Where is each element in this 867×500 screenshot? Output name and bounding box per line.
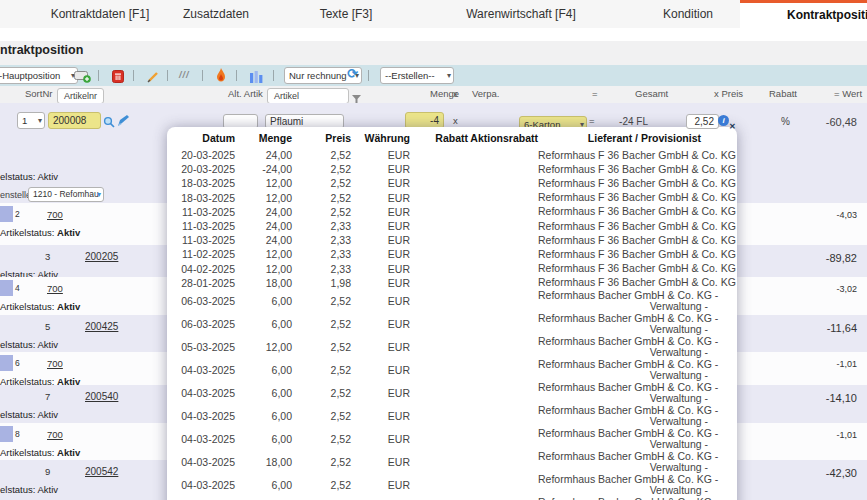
position-number: 6	[15, 358, 20, 368]
tab-texte[interactable]: Texte [F3]	[276, 0, 416, 28]
lieferant-cell: Reformhaus F 36 Bacher GmbH & Co. KG	[538, 206, 708, 217]
close-icon[interactable]: ✕	[729, 122, 736, 131]
lieferant-cell: Reformhaus Bacher GmbH & Co. KG -Verwalt…	[538, 474, 708, 496]
search-icon[interactable]	[103, 114, 115, 132]
article-status: elstatus: Aktiv	[0, 171, 58, 182]
preis-input[interactable]: 2,52	[686, 114, 719, 129]
lieferant-cell: Reformhaus F 36 Bacher GmbH & Co. KG	[538, 164, 708, 175]
tab-warenwirtschaft[interactable]: Warenwirtschaft [F4]	[451, 0, 591, 28]
col-lieferant-provisionist: Lieferant / Provisionist	[538, 132, 708, 144]
col-waehrung: Währung	[351, 132, 410, 144]
delete-position-icon[interactable]	[112, 69, 124, 87]
edit-pencil-icon[interactable]	[147, 69, 160, 87]
article-number-link[interactable]: 700	[47, 209, 63, 220]
article-number-link[interactable]: 200205	[85, 251, 118, 262]
position-wert: -1,01	[836, 359, 857, 369]
article-number-link[interactable]: 700	[47, 358, 63, 369]
price-history-row: 04-03-20256,002,52EURReformhaus Bacher G…	[167, 359, 737, 382]
tab-kontraktposition-active[interactable]: Kontraktposition	[740, 0, 867, 31]
rabatt-unit-label: %	[781, 116, 790, 127]
col-header-x: x	[453, 88, 458, 99]
columns-icon[interactable]	[250, 69, 263, 87]
lieferant-cell: Reformhaus F 36 Bacher GmbH & Co. KG	[538, 249, 708, 260]
article-status: elstatus: Aktiv	[0, 339, 58, 350]
kostenstelle-select[interactable]: 1210 - Refomhau ▾	[28, 187, 104, 202]
article-number-link[interactable]: 700	[47, 429, 63, 440]
position-number: 5	[45, 321, 50, 332]
lieferant-cell: Reformhaus F 36 Bacher GmbH & Co. KG	[538, 178, 708, 189]
hash-icon[interactable]: ///	[179, 70, 190, 80]
position-wert: -3,02	[836, 284, 857, 294]
price-history-row: 18-03-202512,002,52EURReformhaus F 36 Ba…	[167, 176, 737, 190]
artikelnr-input[interactable]: 200008	[48, 112, 101, 129]
position-wert: -14,10	[826, 392, 857, 404]
lieferant-cell: Reformhaus Bacher GmbH & Co. KG -Verwalt…	[538, 382, 708, 404]
col-menge: Menge	[235, 132, 292, 144]
article-status: Artikelstatus: Aktiv	[0, 301, 80, 312]
col-header-sortnr[interactable]: SortNr	[25, 88, 52, 99]
lieferant-cell: Reformhaus Bacher GmbH & Co. KG -Verwalt…	[538, 290, 708, 312]
add-position-icon[interactable]	[74, 69, 92, 87]
chevron-down-icon: ▾	[97, 188, 101, 201]
lieferant-cell: Reformhaus F 36 Bacher GmbH & Co. KG	[538, 221, 708, 232]
chevron-down-icon: ▾	[38, 113, 42, 128]
col-header-eq: =	[592, 88, 598, 99]
price-history-row: 04-02-202512,002,33EURReformhaus F 36 Ba…	[167, 262, 737, 276]
price-history-row: 05-03-202512,002,52EURReformhaus Bacher …	[167, 336, 737, 359]
subposition-indent-marker	[0, 280, 13, 296]
tab-kondition[interactable]: Kondition	[618, 0, 758, 28]
position-wert: -42,30	[826, 467, 857, 479]
price-history-row: 06-03-20256,002,52EURReformhaus Bacher G…	[167, 290, 737, 313]
page-title: ntraktposition	[0, 43, 83, 57]
position-wert: -1,01	[836, 430, 857, 440]
price-history-header: Datum Menge Preis Währung Rabatt Aktions…	[167, 127, 737, 148]
price-history-popup: Datum Menge Preis Währung Rabatt Aktions…	[167, 127, 737, 500]
col-rabatt: Rabatt	[410, 132, 468, 144]
article-status: elstatus: Aktiv	[0, 484, 58, 495]
price-history-row: 18-03-202512,002,52EURReformhaus F 36 Ba…	[167, 191, 737, 205]
multiply-label: x	[453, 115, 458, 126]
price-history-row: 11-03-202524,002,52EURReformhaus F 36 Ba…	[167, 205, 737, 219]
price-history-row: 04-03-20256,002,52EURReformhaus Bacher G…	[167, 428, 737, 451]
article-number-link[interactable]: 700	[47, 283, 63, 294]
col-header-x-preis: x Preis	[714, 88, 743, 99]
toolbar-separator	[167, 70, 168, 81]
position-number: 7	[45, 391, 50, 402]
position-type-select[interactable]: -Hauptposition ▾	[0, 67, 78, 84]
col-aktionsrabatt: Aktionsrabatt	[468, 132, 538, 144]
flame-icon[interactable]	[216, 68, 226, 86]
price-history-row: 20-03-2025-24,002,52EURReformhaus F 36 B…	[167, 162, 737, 176]
article-number-link[interactable]: 200425	[85, 321, 118, 332]
refresh-icon[interactable]: ⟳	[347, 67, 358, 80]
toolbar-separator	[368, 70, 369, 81]
col-header-alt-artik: Alt. Artik	[228, 88, 263, 99]
article-status: Artikelstatus: Aktiv	[0, 227, 80, 238]
position-number: 9	[45, 466, 50, 477]
lieferant-cell: Reformhaus Bacher GmbH & Co. KG -Verwalt…	[538, 359, 708, 381]
position-number: 8	[15, 429, 20, 439]
lieferant-cell: Reformhaus Bacher GmbH & Co. KG -Verwalt…	[538, 405, 708, 427]
col-header-wert: = Wert	[834, 88, 862, 99]
create-select[interactable]: --Erstellen-- ▾	[380, 67, 454, 84]
article-number-link[interactable]: 200542	[85, 466, 118, 477]
article-status: Artikelstatus: Aktiv	[0, 447, 80, 458]
price-history-row: 20-03-202524,002,52EURReformhaus F 36 Ba…	[167, 148, 737, 162]
lieferant-cell: Reformhaus F 36 Bacher GmbH & Co. KG	[538, 150, 708, 161]
price-history-row: 04-03-20256,002,52EURReformhaus Bacher G…	[167, 474, 737, 497]
lieferant-cell: Reformhaus F 36 Bacher GmbH & Co. KG	[538, 192, 708, 203]
artikelnr-filter-box[interactable]: Artikelnr	[57, 88, 104, 104]
col-preis: Preis	[292, 132, 351, 144]
price-history-row: 04-03-202518,002,52EURReformhaus Bacher …	[167, 451, 737, 474]
position-number: 3	[45, 251, 50, 262]
lieferant-cell: Reformhaus Bacher GmbH & Co. KG -Verwalt…	[538, 451, 708, 473]
kontrakt-window: Kontraktdaten [F1] Zusatzdaten Texte [F3…	[0, 0, 867, 500]
col-header-rabatt: Rabatt	[769, 88, 797, 99]
artikel-filter-box[interactable]: Artikel	[267, 88, 349, 104]
price-history-row: 11-02-202512,002,33EURReformhaus F 36 Ba…	[167, 247, 737, 261]
info-icon[interactable]: i	[718, 115, 729, 126]
write-note-icon[interactable]	[117, 113, 129, 131]
sortnr-select[interactable]: 1 ▾	[17, 112, 45, 129]
tab-zusatzdaten[interactable]: Zusatzdaten	[146, 0, 286, 28]
article-number-link[interactable]: 200540	[85, 391, 118, 402]
lieferant-cell: Reformhaus Bacher GmbH & Co. KG -Verwalt…	[538, 313, 708, 335]
